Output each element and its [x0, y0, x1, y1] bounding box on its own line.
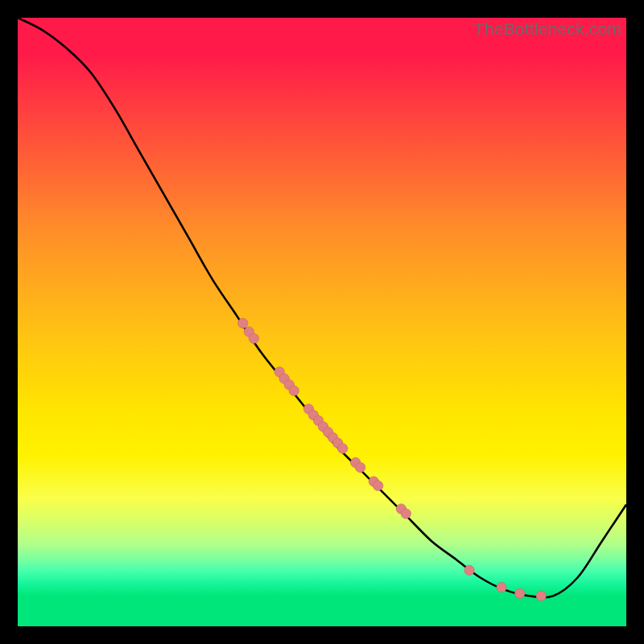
data-point	[249, 333, 258, 343]
chart-svg	[18, 18, 626, 626]
watermark-text: TheBottleneck.com	[474, 19, 621, 39]
data-points-group	[238, 318, 547, 601]
chart-frame: TheBottleneck.com	[18, 18, 626, 626]
data-point	[373, 481, 382, 490]
data-point	[401, 509, 411, 518]
data-point	[238, 318, 248, 328]
data-point	[289, 386, 299, 395]
data-point	[355, 463, 365, 473]
bottleneck-curve	[18, 18, 626, 597]
data-point	[515, 588, 525, 598]
data-point	[338, 444, 348, 453]
data-point	[536, 591, 546, 601]
data-point	[497, 582, 506, 592]
data-point	[464, 565, 474, 575]
